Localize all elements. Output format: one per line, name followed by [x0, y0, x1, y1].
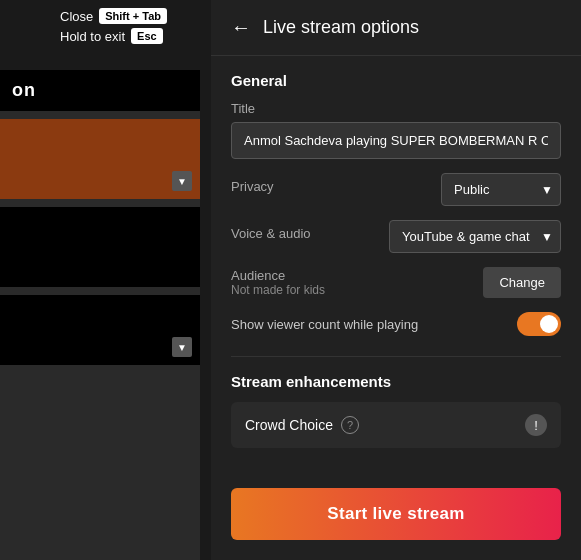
panel-header: ← Live stream options [211, 0, 581, 56]
enhancements-section-title: Stream enhancements [231, 373, 561, 390]
tooltip-area: Close Shift + Tab Hold to exit Esc [60, 8, 167, 44]
help-icon[interactable]: ? [341, 416, 359, 434]
dropdown-arrow-2[interactable]: ▼ [172, 337, 192, 357]
left-panel: Close Shift + Tab Hold to exit Esc on ▼ … [0, 0, 210, 560]
panel-content: General Title Privacy Public Private Unl… [211, 56, 581, 474]
hold-label: Hold to exit [60, 29, 125, 44]
dropdown-arrow-1[interactable]: ▼ [172, 171, 192, 191]
change-audience-button[interactable]: Change [483, 267, 561, 298]
crowd-choice-left: Crowd Choice ? [245, 416, 359, 434]
privacy-select-wrapper: Public Private Unlisted ▼ [441, 173, 561, 206]
crowd-choice-label: Crowd Choice [245, 417, 333, 433]
hold-tooltip-row: Hold to exit Esc [60, 28, 167, 44]
toggle-slider [517, 312, 561, 336]
privacy-label: Privacy [231, 179, 274, 194]
close-shortcut: Shift + Tab [99, 8, 167, 24]
privacy-select[interactable]: Public Private Unlisted [441, 173, 561, 206]
start-btn-area: Start live stream [211, 474, 581, 560]
privacy-row: Privacy Public Private Unlisted ▼ [231, 173, 561, 206]
title-label: Title [231, 101, 561, 116]
viewer-count-label: Show viewer count while playing [231, 317, 418, 332]
voice-label: Voice & audio [231, 226, 311, 241]
back-button[interactable]: ← [231, 16, 251, 39]
game-block-3: ▼ [0, 295, 200, 365]
title-input[interactable] [231, 122, 561, 159]
right-panel: ← Live stream options General Title Priv… [211, 0, 581, 560]
close-label: Close [60, 9, 93, 24]
audience-row: Audience Not made for kids Change [231, 267, 561, 298]
divider [231, 356, 561, 357]
audience-label: Audience [231, 268, 325, 283]
viewer-count-toggle[interactable] [517, 312, 561, 336]
viewer-count-row: Show viewer count while playing [231, 312, 561, 336]
close-tooltip-row: Close Shift + Tab [60, 8, 167, 24]
start-stream-button[interactable]: Start live stream [231, 488, 561, 540]
panel-title: Live stream options [263, 17, 419, 38]
game-title: on [0, 70, 200, 111]
crowd-choice-row: Crowd Choice ? ! [231, 402, 561, 448]
voice-row: Voice & audio YouTube & game chat Game a… [231, 220, 561, 253]
hold-shortcut: Esc [131, 28, 163, 44]
voice-select-wrapper: YouTube & game chat Game audio only No a… [389, 220, 561, 253]
audience-sub: Not made for kids [231, 283, 325, 297]
game-block-2 [0, 207, 200, 287]
game-block-1: ▼ [0, 119, 200, 199]
voice-select[interactable]: YouTube & game chat Game audio only No a… [389, 220, 561, 253]
info-icon[interactable]: ! [525, 414, 547, 436]
game-area: on ▼ ▼ [0, 70, 200, 560]
audience-info: Audience Not made for kids [231, 268, 325, 297]
general-section-title: General [231, 72, 561, 89]
